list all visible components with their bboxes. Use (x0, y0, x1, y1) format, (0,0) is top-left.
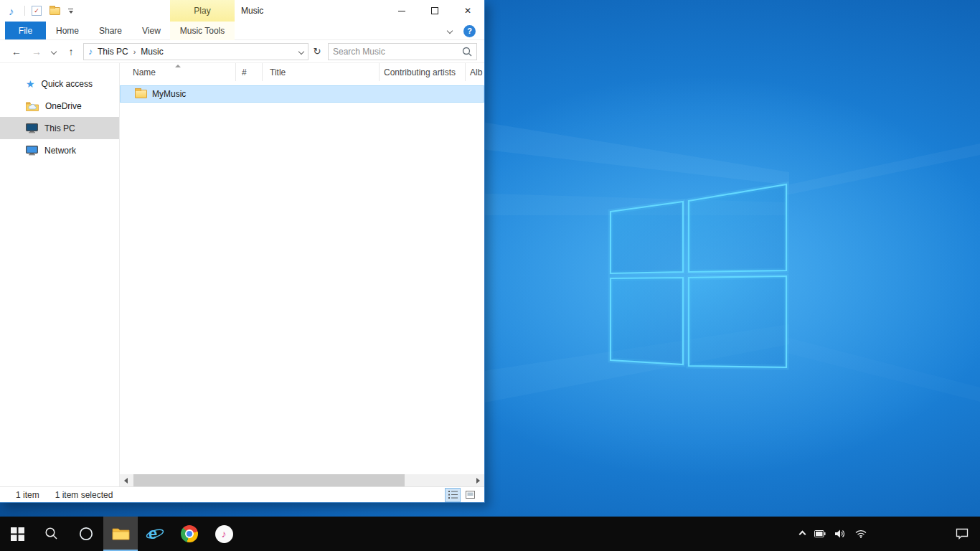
minimize-button[interactable] (385, 0, 418, 22)
window-controls: ✕ (385, 0, 484, 22)
address-bar[interactable]: ♪ This PC › Music (83, 43, 308, 60)
folder-icon (135, 90, 147, 98)
internet-explorer-button[interactable]: e (138, 517, 172, 551)
cortana-button[interactable] (69, 517, 103, 551)
search-icon (462, 47, 472, 57)
scroll-right-button[interactable] (472, 474, 484, 486)
breadcrumb-separator-icon: › (133, 47, 136, 56)
start-button[interactable] (0, 517, 34, 551)
titlebar-divider (24, 6, 25, 16)
file-row-mymusic[interactable]: MyMusic (120, 85, 484, 103)
navigation-pane: ★ Quick access OneDrive This PC (0, 63, 119, 486)
horizontal-scrollbar[interactable] (120, 474, 484, 486)
bar-icon (68, 9, 73, 9)
view-toggle-group (446, 489, 477, 501)
windows-logo-icon (11, 527, 24, 541)
search-icon (44, 527, 59, 541)
status-bar: 1 item 1 item selected (0, 486, 484, 502)
scroll-left-button[interactable] (120, 474, 132, 486)
file-name: MyMusic (152, 89, 186, 99)
network-icon (26, 146, 38, 156)
column-header-album[interactable]: Alb (466, 63, 484, 81)
wifi-icon[interactable] (855, 529, 867, 538)
scrollbar-track[interactable] (132, 474, 472, 486)
column-header-name[interactable]: Name (120, 63, 236, 81)
itunes-button[interactable]: ♪ (207, 517, 241, 551)
music-note-app-icon[interactable]: ♪ (9, 0, 14, 22)
file-list: MyMusic (120, 81, 484, 474)
column-label: Alb (470, 67, 482, 77)
contextual-tab-group-play[interactable]: Play (170, 0, 235, 22)
column-label: # (242, 67, 247, 77)
action-center-button[interactable] (956, 517, 969, 551)
titlebar: ♪ ✓ Play Music ✕ (0, 0, 484, 22)
details-view-icon (448, 491, 458, 499)
show-hidden-icons-button[interactable] (799, 530, 806, 537)
ribbon-tab-bar: File Home Share View Music Tools ? (0, 22, 484, 40)
new-folder-button[interactable] (50, 7, 60, 15)
tab-home[interactable]: Home (46, 22, 89, 39)
chevron-down-icon (51, 48, 57, 54)
tab-share[interactable]: Share (89, 22, 132, 39)
column-label: Name (133, 67, 156, 77)
back-button[interactable]: ← (9, 43, 24, 60)
close-icon: ✕ (464, 6, 471, 16)
tab-music-tools[interactable]: Music Tools (170, 22, 235, 40)
file-explorer-taskbar-button[interactable] (103, 517, 138, 551)
forward-button[interactable]: → (29, 43, 44, 60)
sort-ascending-icon (175, 65, 181, 67)
customize-quick-access-toolbar-button[interactable] (68, 9, 73, 14)
maximize-button[interactable] (418, 0, 451, 22)
ribbon-controls: ? (448, 22, 476, 40)
onedrive-icon (26, 101, 39, 111)
minimize-icon (398, 11, 405, 11)
help-button[interactable]: ? (463, 25, 476, 37)
star-icon: ★ (26, 79, 35, 89)
file-list-pane: Name # Title Contributing artists Alb My… (119, 63, 484, 486)
search-input[interactable] (333, 47, 462, 57)
column-header-title[interactable]: Title (263, 63, 380, 81)
taskbar: e ♪ (0, 517, 980, 551)
sidebar-item-this-pc[interactable]: This PC (0, 117, 119, 139)
details-view-button[interactable] (446, 489, 460, 501)
sidebar-item-onedrive[interactable]: OneDrive (0, 95, 119, 117)
sidebar-item-label: Quick access (42, 79, 93, 89)
ie-letter: e (149, 525, 157, 542)
file-explorer-icon (112, 527, 130, 541)
sidebar-item-label: Network (44, 146, 76, 156)
sidebar-item-label: OneDrive (45, 101, 82, 111)
cortana-icon (78, 526, 94, 542)
action-center-icon (956, 528, 969, 540)
battery-icon[interactable] (814, 530, 826, 537)
address-dropdown-icon[interactable] (298, 48, 304, 54)
breadcrumb-this-pc[interactable]: This PC (96, 47, 130, 57)
computer-icon (26, 123, 38, 133)
quick-access-toolbar: ✓ (32, 0, 73, 22)
breadcrumb-music[interactable]: Music (139, 47, 164, 57)
column-label: Contributing artists (384, 67, 456, 77)
chrome-button[interactable] (172, 517, 207, 551)
expand-ribbon-chevron-icon[interactable] (447, 28, 453, 34)
volume-icon[interactable] (835, 529, 846, 538)
close-button[interactable]: ✕ (451, 0, 484, 22)
sidebar-item-network[interactable]: Network (0, 139, 119, 161)
properties-button[interactable]: ✓ (32, 6, 42, 16)
internet-explorer-icon: e (146, 525, 164, 542)
large-icons-view-icon (466, 491, 475, 499)
window-title: Music (241, 0, 263, 22)
refresh-button[interactable]: ↻ (310, 43, 324, 60)
sidebar-item-quick-access[interactable]: ★ Quick access (0, 72, 119, 95)
tab-file[interactable]: File (5, 22, 46, 39)
address-bar-row: ← → ↑ ♪ This PC › Music ↻ (0, 40, 484, 63)
column-header-contributing-artists[interactable]: Contributing artists (380, 63, 466, 81)
column-header-number[interactable]: # (236, 63, 263, 81)
recent-locations-button[interactable] (49, 43, 59, 60)
scrollbar-thumb[interactable] (133, 474, 405, 486)
taskbar-search-button[interactable] (34, 517, 69, 551)
itunes-icon: ♪ (215, 525, 233, 543)
large-icons-view-button[interactable] (463, 489, 477, 501)
dropdown-arrow-icon (69, 11, 73, 14)
up-button[interactable]: ↑ (63, 43, 79, 60)
music-note-glyph: ♪ (222, 528, 227, 540)
tab-view[interactable]: View (132, 22, 171, 39)
